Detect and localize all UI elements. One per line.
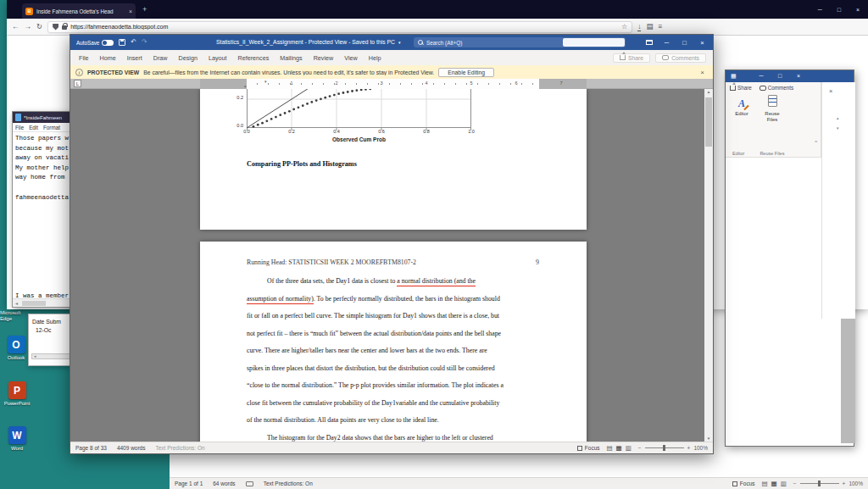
undo-icon[interactable]: ↶: [131, 39, 136, 46]
scroll-down-icon[interactable]: ▼: [704, 436, 713, 441]
left-indent-marker[interactable]: ▴: [244, 83, 247, 88]
notepad-text-area[interactable]: Those papers wbecause my motaway on vaca…: [13, 132, 75, 298]
tab-selector[interactable]: L: [74, 80, 81, 87]
scroll-left-icon[interactable]: ◄: [13, 301, 20, 306]
word-restore-button[interactable]: □: [676, 39, 693, 47]
first-line-indent-marker[interactable]: ▾: [264, 79, 267, 84]
tab-close-icon[interactable]: ×: [129, 8, 132, 14]
text-predictions-status[interactable]: Text Predictions: On: [155, 445, 204, 451]
desktop-icon-powerpoint[interactable]: P PowerPoint: [3, 381, 31, 407]
browser-close-button[interactable]: ×: [856, 7, 860, 13]
redo-icon[interactable]: ↷: [142, 39, 147, 46]
ribbon-display-options-button[interactable]: [640, 39, 658, 47]
url-bar[interactable]: https://fahmeenaodetta.blogspot.com ☆: [47, 21, 632, 33]
focus-button[interactable]: Focus: [732, 481, 755, 486]
menu-icon[interactable]: ≡: [658, 23, 662, 31]
enable-editing-button[interactable]: Enable Editing: [438, 68, 494, 77]
browser-maximize-button[interactable]: □: [837, 7, 841, 13]
scroll-down-icon[interactable]: ▼: [836, 126, 839, 131]
menu-tab-home[interactable]: Home: [100, 54, 116, 62]
menu-tab-review[interactable]: Review: [314, 54, 334, 62]
document-scrollbar[interactable]: ▲ ▼: [704, 89, 713, 442]
side-minimize-button[interactable]: ─: [754, 70, 768, 82]
focus-button[interactable]: Focus: [577, 445, 600, 451]
browser-tab[interactable]: B Inside Fahmeena Odetta's Head ×: [22, 3, 136, 19]
editor-button[interactable]: A Editor: [729, 95, 754, 122]
web-layout-icon[interactable]: ▥: [626, 444, 632, 452]
bookmark-star-icon[interactable]: ☆: [621, 23, 627, 31]
comments-button[interactable]: Comments: [760, 85, 793, 91]
text-predictions-status[interactable]: Text Predictions: On: [264, 481, 313, 486]
scroll-up-icon[interactable]: ▲: [704, 90, 713, 94]
zoom-out-button[interactable]: −: [793, 481, 797, 486]
scroll-up-icon[interactable]: ▲: [836, 116, 839, 120]
save-icon[interactable]: [119, 39, 125, 46]
menu-tab-mailings[interactable]: Mailings: [280, 54, 302, 62]
share-button[interactable]: Share: [730, 85, 752, 91]
read-mode-icon[interactable]: ▤: [762, 480, 768, 487]
zoom-slider-thumb[interactable]: [663, 445, 665, 451]
menu-tab-layout[interactable]: Layout: [209, 54, 227, 62]
protected-bar-close-icon[interactable]: ×: [697, 69, 708, 76]
web-layout-icon[interactable]: ▥: [781, 480, 787, 487]
reuse-files-button[interactable]: Reuse Files: [760, 95, 785, 122]
zoom-slider-thumb[interactable]: [818, 481, 821, 486]
menu-tab-design[interactable]: Design: [179, 54, 198, 62]
menu-tab-view[interactable]: View: [344, 54, 357, 62]
notepad-window: *InsideFahmeen FileEditFormat Those pape…: [12, 111, 76, 308]
notepad-horizontal-scrollbar[interactable]: ◄: [13, 298, 75, 307]
menu-tab-draw[interactable]: Draw: [153, 54, 168, 62]
word-count[interactable]: 4409 words: [117, 445, 146, 451]
desktop-icon-outlook[interactable]: O Outlook: [2, 336, 31, 361]
zoom-level[interactable]: 100%: [849, 481, 863, 486]
print-layout-icon[interactable]: ▦: [771, 480, 777, 487]
zoom-level[interactable]: 100%: [693, 445, 708, 451]
page-indicator[interactable]: Page 8 of 33: [75, 445, 107, 451]
zoom-out-button[interactable]: −: [638, 445, 642, 451]
library-icon[interactable]: ▤: [646, 23, 653, 31]
word-count[interactable]: 64 words: [213, 481, 235, 486]
print-layout-icon[interactable]: ▦: [616, 444, 622, 452]
menu-tab-references[interactable]: References: [238, 54, 270, 62]
side-close-button[interactable]: ×: [792, 70, 805, 82]
scrollbar-thumb[interactable]: [22, 301, 46, 306]
side-document-scroll-area[interactable]: [841, 319, 855, 443]
desktop-icon-label: Word: [3, 446, 31, 452]
desktop-icon-edge[interactable]: Microsoft Edge: [0, 310, 25, 323]
search-box[interactable]: Search (Alt+Q): [414, 37, 626, 47]
back-icon[interactable]: ←: [12, 23, 19, 31]
zoom-slider[interactable]: [645, 447, 684, 448]
comments-button[interactable]: Comments: [655, 53, 706, 63]
word-minimize-button[interactable]: ─: [658, 39, 676, 47]
scrollbar-thumb[interactable]: [705, 97, 712, 147]
desktop-icon-word[interactable]: W Word: [3, 426, 31, 452]
menu-tab-insert[interactable]: Insert: [127, 54, 142, 62]
document-page-1[interactable]: 0.2 0.0 0.00.20.40.60.81.0 Observed Cum …: [200, 89, 587, 230]
side-restore-button[interactable]: □: [773, 70, 787, 82]
notepad-menu-edit[interactable]: Edit: [29, 125, 38, 131]
document-title[interactable]: Statistics_II_Week_2_Assignment - Protec…: [216, 35, 400, 50]
page-number: 9: [536, 258, 539, 266]
task-pane-close-icon[interactable]: ×: [829, 87, 832, 95]
zoom-slider[interactable]: [800, 483, 839, 484]
scroll-left-icon[interactable]: ◄: [32, 354, 36, 358]
notepad-menu-format[interactable]: Format: [43, 125, 60, 131]
snippet-scrollbar[interactable]: ◄: [31, 353, 71, 359]
reload-icon[interactable]: ↻: [36, 23, 42, 31]
autosave-toggle[interactable]: AutoSave: [76, 40, 114, 46]
share-button[interactable]: Share: [613, 53, 650, 63]
new-tab-button[interactable]: +: [142, 5, 147, 14]
zoom-in-button[interactable]: +: [843, 481, 846, 486]
word-close-button[interactable]: ×: [693, 39, 711, 47]
document-page-2[interactable]: Running Head: STATISTICSII WEEK 2 MOOREF…: [200, 242, 587, 442]
forward-icon[interactable]: →: [25, 23, 32, 31]
zoom-in-button[interactable]: +: [687, 445, 691, 451]
notepad-menu-file[interactable]: File: [15, 125, 24, 131]
menu-tab-file[interactable]: File: [79, 54, 89, 62]
download-icon[interactable]: ↓: [637, 23, 641, 31]
collapse-ribbon-icon[interactable]: ^: [815, 140, 817, 145]
page-indicator[interactable]: Page 1 of 1: [175, 481, 203, 486]
read-mode-icon[interactable]: ▤: [607, 444, 613, 452]
browser-minimize-button[interactable]: ─: [818, 7, 822, 13]
menu-tab-help[interactable]: Help: [369, 54, 381, 62]
